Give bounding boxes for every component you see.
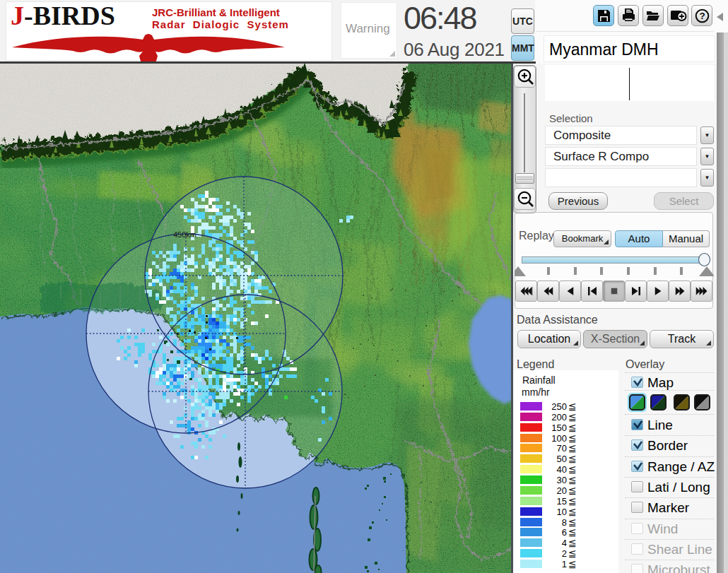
svg-text:?: ? xyxy=(699,11,705,21)
svg-text:450km: 450km xyxy=(173,230,196,239)
